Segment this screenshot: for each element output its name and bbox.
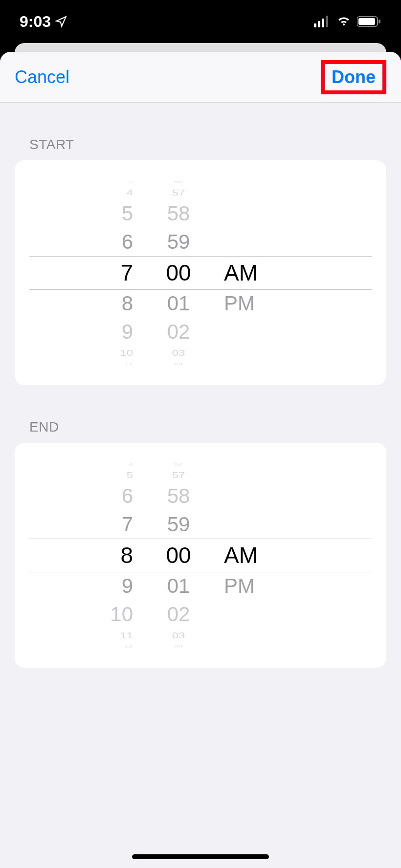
end-hour-option: 4 <box>129 462 133 466</box>
spacer <box>224 482 230 510</box>
end-minute-selected: 00 <box>166 539 191 572</box>
start-hour-option: 10 <box>120 348 133 358</box>
start-minute-option: 59 <box>167 228 190 256</box>
spacer <box>224 600 230 629</box>
spacer <box>224 228 230 256</box>
svg-rect-1 <box>318 21 320 27</box>
start-hour-wheel[interactable]: 3 4 5 6 7 8 9 10 11 <box>15 160 142 385</box>
end-hour-option: 11 <box>120 630 133 640</box>
end-minute-option: 02 <box>167 600 190 629</box>
end-hour-option: 7 <box>122 510 133 539</box>
spacer <box>224 188 227 197</box>
signal-icon <box>314 16 331 27</box>
spacer <box>224 462 226 466</box>
end-hour-option: 10 <box>110 600 133 629</box>
end-period-option: PM <box>224 572 255 600</box>
start-hour-option: 11 <box>124 362 133 366</box>
spacer <box>224 510 230 539</box>
start-hour-option: 8 <box>122 289 133 318</box>
spacer <box>224 318 230 346</box>
svg-rect-6 <box>379 20 380 23</box>
end-section: END 4 5 6 7 8 9 10 11 12 56 57 <box>0 385 401 668</box>
spacer <box>224 348 227 358</box>
end-hour-option: 6 <box>122 482 133 510</box>
end-minute-option: 01 <box>167 572 190 600</box>
status-time: 9:03 <box>20 13 51 31</box>
start-minute-option: 03 <box>172 348 185 358</box>
start-minute-option: 02 <box>167 318 190 346</box>
start-minute-option: 58 <box>167 199 190 228</box>
modal-header: Cancel Done <box>0 52 401 103</box>
done-button-highlight: Done <box>321 60 386 94</box>
end-hour-option: 5 <box>127 470 133 480</box>
location-icon <box>55 15 67 28</box>
time-picker-modal: Cancel Done START 3 4 5 6 7 8 9 10 11 <box>0 52 401 868</box>
start-minute-option: 01 <box>167 289 190 318</box>
end-minute-option: 57 <box>172 470 185 480</box>
home-indicator[interactable] <box>132 854 269 859</box>
status-right <box>314 16 381 27</box>
start-period-wheel[interactable]: AM PM <box>215 160 303 385</box>
svg-rect-2 <box>322 19 324 27</box>
end-hour-option: 12 <box>124 644 133 648</box>
end-minute-option: 58 <box>167 482 190 510</box>
start-minute-option: 04 <box>174 362 183 366</box>
start-section: START 3 4 5 6 7 8 9 10 11 56 57 <box>0 103 401 385</box>
end-period-selected: AM <box>224 539 258 572</box>
start-period-selected: AM <box>224 256 258 289</box>
end-hour-wheel[interactable]: 4 5 6 7 8 9 10 11 12 <box>15 443 142 668</box>
spacer <box>224 180 226 184</box>
start-minute-wheel[interactable]: 56 57 58 59 00 01 02 03 04 <box>142 160 215 385</box>
status-bar: 9:03 <box>0 0 401 43</box>
end-minute-option: 04 <box>174 644 183 648</box>
end-minute-wheel[interactable]: 56 57 58 59 00 01 02 03 04 <box>142 443 215 668</box>
start-hour-option: 6 <box>122 228 133 256</box>
spacer <box>224 630 227 640</box>
spacer <box>224 362 226 366</box>
start-hour-option: 3 <box>129 180 133 184</box>
start-hour-selected: 7 <box>120 256 133 289</box>
start-minute-option: 57 <box>172 188 185 197</box>
spacer <box>224 644 226 648</box>
svg-rect-3 <box>326 16 328 27</box>
end-picker: 4 5 6 7 8 9 10 11 12 56 57 58 59 00 01 <box>15 443 386 668</box>
end-hour-selected: 8 <box>120 539 133 572</box>
start-hour-option: 5 <box>122 199 133 228</box>
cancel-button[interactable]: Cancel <box>15 67 69 87</box>
status-time-area: 9:03 <box>20 13 67 31</box>
svg-rect-0 <box>314 23 316 27</box>
end-minute-option: 59 <box>167 510 190 539</box>
spacer <box>224 470 227 480</box>
battery-icon <box>357 16 381 27</box>
start-picker: 3 4 5 6 7 8 9 10 11 56 57 58 59 00 01 <box>15 160 386 385</box>
spacer <box>224 199 230 228</box>
done-button[interactable]: Done <box>332 67 376 87</box>
start-hour-option: 4 <box>127 188 133 197</box>
start-label: START <box>15 103 386 160</box>
end-hour-option: 9 <box>122 572 133 600</box>
end-minute-option: 56 <box>174 462 183 466</box>
svg-rect-5 <box>358 18 375 25</box>
wifi-icon <box>335 16 352 27</box>
start-minute-option: 56 <box>174 180 183 184</box>
start-minute-selected: 00 <box>166 256 191 289</box>
start-period-option: PM <box>224 289 255 318</box>
end-label: END <box>15 385 386 443</box>
start-hour-option: 9 <box>122 318 133 346</box>
end-minute-option: 03 <box>172 630 185 640</box>
background-card-peek <box>15 43 386 53</box>
end-period-wheel[interactable]: AM PM <box>215 443 303 668</box>
